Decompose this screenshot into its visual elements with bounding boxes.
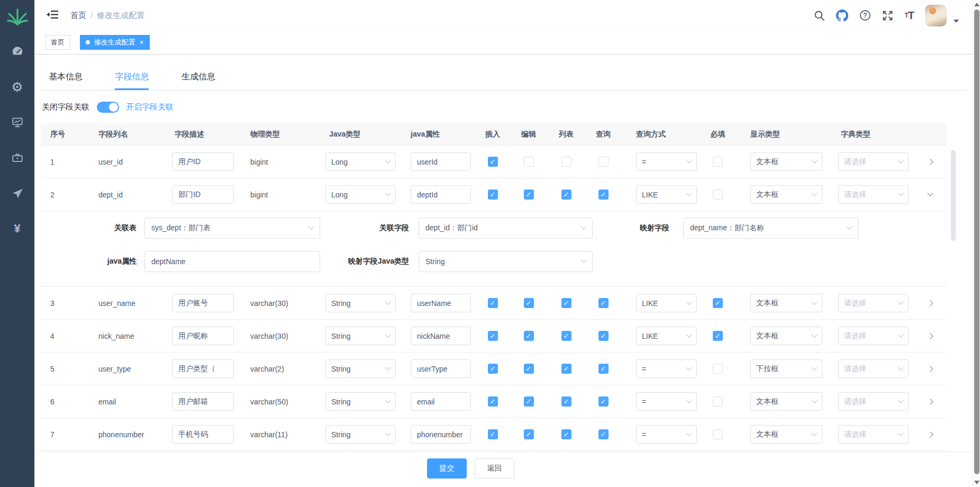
sidebar-item-system[interactable]: ⚙ <box>0 75 34 98</box>
html-type-select[interactable]: 文本框 <box>750 392 822 411</box>
java-type-select[interactable]: Long <box>325 152 396 171</box>
column-desc-input[interactable] <box>172 185 234 204</box>
query-checkbox[interactable] <box>598 190 609 200</box>
java-field-input[interactable] <box>411 152 471 171</box>
java-type-select[interactable]: String <box>325 327 396 345</box>
html-type-select[interactable]: 文本框 <box>750 185 822 204</box>
insert-checkbox[interactable] <box>488 364 498 374</box>
github-icon[interactable] <box>836 10 848 22</box>
expand-row-icon[interactable] <box>927 366 933 372</box>
search-icon[interactable] <box>814 10 825 21</box>
required-checkbox[interactable] <box>713 190 723 200</box>
sidebar-item-deploy[interactable] <box>0 182 34 205</box>
query-type-select[interactable]: LIKE <box>636 294 697 312</box>
dict-type-select[interactable]: 请选择 <box>838 392 909 411</box>
edit-checkbox[interactable] <box>524 298 534 308</box>
list-checkbox[interactable] <box>561 364 571 374</box>
map-field-select[interactable]: dept_name：部门名称 <box>683 218 858 239</box>
avatar[interactable] <box>925 5 947 26</box>
close-icon[interactable]: × <box>139 39 143 46</box>
expand-row-icon[interactable] <box>927 159 933 165</box>
query-type-select[interactable]: LIKE <box>636 185 697 204</box>
insert-checkbox[interactable] <box>488 396 498 407</box>
table-scrollbar-thumb[interactable] <box>951 150 956 241</box>
page-scrollbar-thumb[interactable] <box>974 10 979 474</box>
map-java-type-select[interactable]: String <box>419 251 593 272</box>
expand-row-icon[interactable] <box>927 431 933 437</box>
required-checkbox[interactable] <box>713 157 723 167</box>
query-checkbox[interactable] <box>598 364 609 374</box>
page-scrollbar[interactable] <box>973 0 980 487</box>
required-checkbox[interactable] <box>713 298 723 308</box>
app-logo-plant-icon[interactable] <box>0 4 34 28</box>
java-field-input[interactable] <box>411 327 471 345</box>
edit-checkbox[interactable] <box>524 331 534 341</box>
column-desc-input[interactable] <box>172 327 234 345</box>
tag-home[interactable]: 首页 <box>45 35 70 50</box>
chevron-down-icon[interactable] <box>954 20 959 23</box>
column-desc-input[interactable] <box>172 294 234 312</box>
fullscreen-icon[interactable] <box>882 10 893 21</box>
expand-row-icon[interactable] <box>927 190 933 196</box>
help-icon[interactable]: ? <box>859 10 871 21</box>
tab-field-info[interactable]: 字段信息 <box>115 66 149 90</box>
insert-checkbox[interactable] <box>488 331 498 341</box>
back-button[interactable]: 返回 <box>475 458 514 479</box>
required-checkbox[interactable] <box>713 396 723 407</box>
dict-type-select[interactable]: 请选择 <box>838 185 909 204</box>
tag-current-page[interactable]: 修改生成配置× <box>80 35 149 50</box>
required-checkbox[interactable] <box>713 364 723 374</box>
html-type-select[interactable]: 文本框 <box>750 152 822 171</box>
expand-row-icon[interactable] <box>927 399 933 404</box>
font-size-icon[interactable]: TT <box>904 10 914 22</box>
query-checkbox[interactable] <box>598 429 609 439</box>
assoc-table-select[interactable]: sys_dept：部门表 <box>144 218 320 239</box>
expand-row-icon[interactable] <box>927 333 933 339</box>
list-checkbox[interactable] <box>561 331 571 341</box>
dict-type-select[interactable]: 请选择 <box>838 327 909 345</box>
column-desc-input[interactable] <box>172 425 234 444</box>
edit-checkbox[interactable] <box>524 190 534 200</box>
query-type-select[interactable]: = <box>636 392 697 411</box>
sidebar-item-tools[interactable] <box>0 146 34 169</box>
list-checkbox[interactable] <box>561 396 571 407</box>
column-desc-input[interactable] <box>172 392 234 411</box>
column-desc-input[interactable] <box>172 152 234 171</box>
java-type-select[interactable]: String <box>325 392 396 411</box>
scroll-down-arrow-icon[interactable] <box>974 481 979 484</box>
required-checkbox[interactable] <box>713 429 723 439</box>
java-field-input[interactable] <box>411 425 471 444</box>
query-checkbox[interactable] <box>598 396 609 407</box>
java-type-select[interactable]: Long <box>325 185 396 204</box>
column-desc-input[interactable] <box>172 359 234 378</box>
insert-checkbox[interactable] <box>488 429 498 439</box>
query-checkbox[interactable] <box>598 331 609 341</box>
query-type-select[interactable]: LIKE <box>636 327 697 345</box>
insert-checkbox[interactable] <box>488 190 498 200</box>
edit-checkbox[interactable] <box>524 396 534 407</box>
java-field-input[interactable] <box>411 392 471 411</box>
sidebar-item-dashboard[interactable] <box>0 40 34 63</box>
java-field-input[interactable] <box>411 294 471 312</box>
edit-checkbox[interactable] <box>524 429 534 439</box>
html-type-select[interactable]: 文本框 <box>750 294 822 312</box>
tab-generate-info[interactable]: 生成信息 <box>182 66 215 90</box>
query-checkbox[interactable] <box>598 157 609 167</box>
query-checkbox[interactable] <box>598 298 609 308</box>
sidebar-item-monitor[interactable] <box>0 111 34 134</box>
insert-checkbox[interactable] <box>488 298 498 308</box>
list-checkbox[interactable] <box>561 298 571 308</box>
edit-checkbox[interactable] <box>524 364 534 374</box>
tab-basic-info[interactable]: 基本信息 <box>49 66 83 90</box>
list-checkbox[interactable] <box>561 429 571 439</box>
dict-type-select[interactable]: 请选择 <box>838 359 909 378</box>
html-type-select[interactable]: 文本框 <box>750 425 822 444</box>
expand-row-icon[interactable] <box>927 300 933 306</box>
html-type-select[interactable]: 下拉框 <box>750 359 822 378</box>
query-type-select[interactable]: = <box>636 425 697 444</box>
java-type-select[interactable]: String <box>325 359 396 378</box>
submit-button[interactable]: 提交 <box>427 458 467 479</box>
breadcrumb-home[interactable]: 首页 <box>70 11 86 20</box>
edit-checkbox[interactable] <box>524 157 534 167</box>
java-field-input[interactable] <box>411 185 471 204</box>
